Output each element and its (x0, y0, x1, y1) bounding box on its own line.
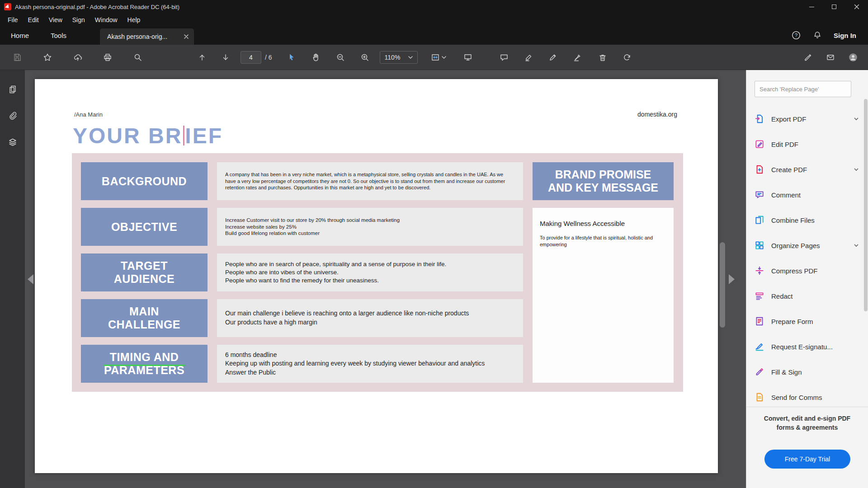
brief-row-label: TARGET AUDIENCE (81, 253, 208, 291)
tab-home[interactable]: Home (0, 26, 40, 45)
panel-scrollbar[interactable] (864, 81, 868, 406)
sign-in-button[interactable]: Sign In (834, 32, 856, 39)
help-icon[interactable]: ? (791, 30, 801, 40)
brief-row-content: 6 months deadline Keeping up with postin… (217, 345, 523, 383)
zoom-out-button[interactable] (333, 50, 348, 65)
prepare-form-icon (755, 316, 765, 326)
account-avatar[interactable] (845, 50, 861, 65)
brand-promise-header: BRAND PROMISE AND KEY MESSAGE (533, 162, 674, 200)
pdf-page: /Ana Marin domestika.org YOUR BRIEF BACK… (35, 79, 718, 473)
tool-export-pdf[interactable]: Export PDF (746, 106, 868, 131)
chevron-down-icon (854, 244, 859, 247)
favorites-star-button[interactable] (40, 50, 55, 65)
page-title: YOUR BRIEF (73, 124, 223, 148)
main-area: /Ana Marin domestika.org YOUR BRIEF BACK… (0, 70, 868, 488)
page-header: /Ana Marin domestika.org (74, 111, 677, 118)
layers-icon[interactable] (5, 135, 20, 150)
comment-icon (755, 190, 765, 200)
vertical-scrollbar-thumb[interactable] (720, 242, 725, 328)
tool-compress-pdf[interactable]: Compress PDF (746, 258, 868, 283)
previous-page-button[interactable] (194, 50, 210, 65)
redact-icon (755, 291, 765, 301)
document-canvas: /Ana Marin domestika.org YOUR BRIEF BACK… (25, 70, 746, 488)
fill-sign-icon (755, 367, 765, 377)
menu-window[interactable]: Window (90, 14, 123, 26)
promo-text: Convert, edit and e-sign PDF forms & agr… (751, 414, 863, 432)
attachments-paperclip-icon[interactable] (5, 108, 20, 123)
notifications-bell-icon[interactable] (813, 31, 822, 40)
zoom-level-value: 110% (385, 54, 401, 61)
page-title-right: IEF (185, 124, 223, 148)
tab-document[interactable]: Akash persona-orig... (100, 28, 194, 45)
tool-send-for-comments[interactable]: Send for Comms (746, 385, 868, 407)
brief-row-content: People who are in search of peace, spiri… (217, 253, 523, 291)
right-panel-arrow[interactable] (729, 274, 735, 284)
brand-headline: Making Wellness Accessible (540, 220, 666, 227)
maximize-button[interactable] (823, 0, 845, 14)
page-site: domestika.org (637, 111, 677, 118)
chevron-down-icon (854, 117, 859, 121)
tools-panel: Export PDF Edit PDF Create PDF Comment C… (746, 70, 868, 488)
tool-fill-sign[interactable]: Fill & Sign (746, 359, 868, 385)
tab-close-icon[interactable] (184, 34, 189, 39)
hand-tool-button[interactable] (308, 50, 324, 65)
rotate-tool-button[interactable] (619, 50, 635, 65)
tool-edit-pdf[interactable]: Edit PDF (746, 131, 868, 157)
close-button[interactable] (845, 0, 868, 14)
tool-redact[interactable]: Redact (746, 283, 868, 309)
delete-tool-button[interactable] (595, 50, 610, 65)
tools-list: Export PDF Edit PDF Create PDF Comment C… (746, 106, 868, 407)
text-cursor (183, 126, 184, 145)
send-for-comments-icon (755, 392, 765, 402)
tool-request-esignatures[interactable]: Request E-signatu... (746, 334, 868, 359)
tools-search-input[interactable] (755, 81, 851, 97)
menu-view[interactable]: View (44, 14, 67, 26)
panel-scrollbar-thumb[interactable] (864, 99, 868, 311)
fill-sign-quick-icon[interactable] (800, 50, 816, 65)
save-button[interactable] (9, 50, 25, 65)
select-tool-button[interactable] (284, 50, 299, 65)
minimize-button[interactable] (800, 0, 823, 14)
fit-width-dropdown[interactable] (428, 50, 449, 65)
left-panel-arrow[interactable] (28, 274, 33, 284)
menu-edit[interactable]: Edit (23, 14, 44, 26)
share-email-icon[interactable] (823, 50, 838, 65)
zoom-in-button[interactable] (357, 50, 373, 65)
title-bar: Akash persona-original.pdf - Adobe Acrob… (0, 0, 868, 14)
tab-tools[interactable]: Tools (40, 26, 77, 45)
highlight-tool-button[interactable] (521, 50, 536, 65)
tool-create-pdf[interactable]: Create PDF (746, 157, 868, 182)
cloud-upload-button[interactable] (70, 50, 85, 65)
svg-text:?: ? (795, 33, 797, 38)
menu-help[interactable]: Help (123, 14, 146, 26)
tab-bar: Home Tools Akash persona-orig... ? Sign … (0, 26, 868, 45)
chevron-down-icon (408, 56, 413, 59)
menu-file[interactable]: File (3, 14, 23, 26)
comment-tool-button[interactable] (496, 50, 512, 65)
tool-combine-files[interactable]: Combine Files (746, 207, 868, 233)
brief-row-content: Our main challenge i believe is reaching… (217, 299, 523, 337)
next-page-button[interactable] (218, 50, 233, 65)
brief-row-label: OBJECTIVE (81, 208, 208, 246)
zoom-level-dropdown[interactable]: 110% (380, 51, 418, 64)
export-pdf-icon (755, 114, 765, 124)
tool-prepare-form[interactable]: Prepare Form (746, 309, 868, 334)
reading-mode-button[interactable] (460, 50, 476, 65)
free-trial-button[interactable]: Free 7-Day Trial (764, 450, 850, 469)
page-author: /Ana Marin (74, 111, 103, 118)
menu-sign[interactable]: Sign (67, 14, 90, 26)
page-number-input[interactable] (241, 52, 261, 63)
tool-comment[interactable]: Comment (746, 182, 868, 207)
combine-files-icon (755, 215, 765, 225)
draw-tool-button[interactable] (545, 50, 561, 65)
search-button[interactable] (130, 50, 146, 65)
chevron-down-icon (442, 56, 446, 59)
sign-tool-button[interactable] (570, 50, 585, 65)
page-total-label: / 6 (265, 54, 272, 61)
print-button[interactable] (100, 50, 115, 65)
chevron-down-icon (854, 168, 859, 171)
grammar-underline (104, 365, 185, 366)
page-thumbnails-icon[interactable] (5, 82, 20, 97)
close-icon (854, 4, 859, 9)
tool-organize-pages[interactable]: Organize Pages (746, 233, 868, 258)
